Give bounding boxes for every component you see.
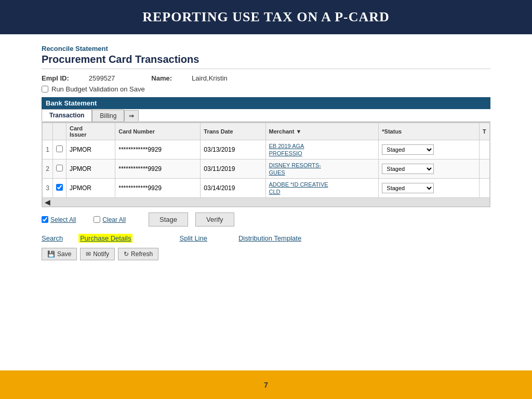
row-2-status-select[interactable]: Staged: [382, 164, 434, 174]
notify-icon: ✉: [86, 250, 91, 258]
scroll-left-icon[interactable]: ◀: [43, 198, 50, 206]
tab-billing[interactable]: Billing: [92, 110, 124, 122]
refresh-button[interactable]: ↻ Refresh: [118, 248, 158, 260]
row-1-merchant: EB 2019 AGAPROFESSIO: [265, 140, 379, 159]
main-content: Reconcile Statement Procurement Card Tra…: [0, 34, 532, 370]
scroll-bar-row: ◀: [43, 198, 490, 207]
action-row: Select All Clear All Stage Verify: [42, 212, 490, 227]
budget-validation-row: Run Budget Validation on Save: [42, 85, 490, 93]
row-2-card-number: ************9929: [115, 159, 201, 179]
col-header-trans-date: Trans Date: [201, 123, 265, 140]
stage-button[interactable]: Stage: [149, 212, 188, 227]
clear-all-group: Clear All: [94, 216, 126, 223]
page-header: Reporting Use Tax on a P-Card: [0, 0, 532, 34]
row-1-status: Staged: [379, 140, 480, 159]
links-row: Search Purchase Details Split Line Distr…: [42, 234, 490, 243]
row-2-checkbox[interactable]: [56, 165, 63, 171]
row-2-merchant-link[interactable]: DISNEY RESORTS-GUES: [269, 162, 321, 176]
col-header-t: T: [480, 123, 490, 140]
row-1-trans-date: 03/13/2019: [201, 140, 265, 159]
col-header-card-issuer: CardIssuer: [66, 123, 115, 140]
row-3-t: [480, 179, 490, 198]
row-1-checkbox[interactable]: [56, 145, 63, 152]
save-button[interactable]: 💾 Save: [42, 248, 77, 260]
select-all-group: Select All: [42, 216, 76, 223]
select-all-link[interactable]: Select All: [50, 216, 76, 223]
row-2-status: Staged: [379, 159, 480, 179]
row-3-merchant-link[interactable]: ADOBE *ID CREATIVECLD: [269, 181, 328, 195]
row-num-2: 2: [43, 159, 53, 179]
empl-id-label: Empl ID:: [42, 74, 69, 82]
purchase-details-link[interactable]: Purchase Details: [78, 234, 132, 243]
row-1-t: [480, 140, 490, 159]
tab-arrow-icon[interactable]: ⇒: [124, 110, 139, 121]
refresh-icon: ↻: [124, 250, 129, 258]
row-1-merchant-link[interactable]: EB 2019 AGAPROFESSIO: [269, 143, 304, 156]
tabs-row: Transaction Billing ⇒: [42, 109, 490, 122]
row-3-card-number: ************9929: [115, 179, 201, 198]
employee-info: Empl ID: 2599527 Name: Laird,Kristin: [42, 74, 490, 82]
save-icon: 💾: [47, 250, 55, 258]
name-value: Laird,Kristin: [192, 74, 228, 82]
budget-validation-checkbox[interactable]: [42, 86, 48, 92]
page-number: 7: [264, 381, 268, 389]
row-3-status-select[interactable]: Staged: [382, 183, 434, 193]
col-header-card-number: Card Number: [115, 123, 201, 140]
footer: 7: [0, 370, 532, 399]
verify-button[interactable]: Verify: [195, 212, 234, 227]
budget-validation-label: Run Budget Validation on Save: [51, 85, 145, 93]
split-line-link[interactable]: Split Line: [179, 234, 207, 242]
bank-statement-bar: Bank Statement: [42, 97, 490, 109]
row-1-card-number: ************9929: [115, 140, 201, 159]
row-num-3: 3: [43, 179, 53, 198]
col-header-empty: [43, 123, 53, 140]
notify-button[interactable]: ✉ Notify: [80, 248, 115, 260]
row-1-checkbox-cell: [53, 140, 66, 159]
row-1-status-select[interactable]: Staged: [382, 144, 434, 155]
select-all-checkbox[interactable]: [42, 216, 48, 223]
save-row: 💾 Save ✉ Notify ↻ Refresh: [42, 248, 490, 260]
clear-all-checkbox[interactable]: [94, 216, 100, 223]
clear-all-link[interactable]: Clear All: [102, 216, 126, 223]
row-3-status: Staged: [379, 179, 480, 198]
row-num-1: 1: [43, 140, 53, 159]
header-title: Reporting Use Tax on a P-Card: [142, 9, 390, 24]
tab-transaction[interactable]: Transaction: [42, 109, 92, 122]
transactions-table: CardIssuer Card Number Trans Date Mercha…: [42, 123, 490, 207]
distribution-template-link[interactable]: Distribution Template: [238, 234, 301, 242]
row-2-t: [480, 159, 490, 179]
row-3-trans-date: 03/14/2019: [201, 179, 265, 198]
name-label: Name:: [151, 74, 172, 82]
row-3-checkbox-cell: [53, 179, 66, 198]
empl-id-value: 2599527: [89, 74, 115, 82]
row-2-merchant: DISNEY RESORTS-GUES: [265, 159, 379, 179]
transactions-table-container: CardIssuer Card Number Trans Date Mercha…: [42, 122, 490, 207]
col-header-status: *Status: [379, 123, 480, 140]
table-row: 3 JPMOR ************9929 03/14/2019 ADOB…: [43, 179, 490, 198]
row-2-card-issuer: JPMOR: [66, 159, 115, 179]
page-title: Procurement Card Transactions: [42, 54, 490, 69]
col-header-merchant: Merchant ▼: [265, 123, 379, 140]
row-3-card-issuer: JPMOR: [66, 179, 115, 198]
table-row: 1 JPMOR ************9929 03/13/2019 EB 2…: [43, 140, 490, 159]
table-row: 2 JPMOR ************9929 03/11/2019 DISN…: [43, 159, 490, 179]
col-header-checkbox: [53, 123, 66, 140]
search-link[interactable]: Search: [42, 234, 63, 242]
reconcile-label: Reconcile Statement: [42, 45, 490, 52]
row-2-checkbox-cell: [53, 159, 66, 179]
row-3-merchant: ADOBE *ID CREATIVECLD: [265, 179, 379, 198]
row-3-checkbox[interactable]: [56, 184, 63, 191]
row-2-trans-date: 03/11/2019: [201, 159, 265, 179]
row-1-card-issuer: JPMOR: [66, 140, 115, 159]
